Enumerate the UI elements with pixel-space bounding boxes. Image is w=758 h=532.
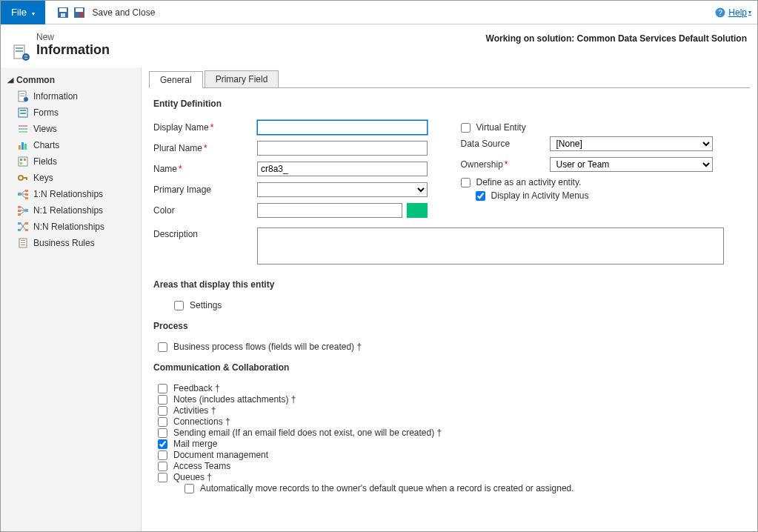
svg-rect-40 [18, 213, 21, 216]
svg-rect-26 [19, 157, 27, 166]
entity-icon [11, 44, 32, 61]
checkbox-sending-email[interactable] [158, 428, 167, 438]
label-define-activity: Define as an activity entity. [476, 177, 582, 187]
sidebar-item-business-rules[interactable]: Business Rules [1, 235, 141, 251]
checkbox-doc-mgmt[interactable] [158, 450, 167, 460]
sidebar-item-keys[interactable]: Keys [1, 170, 141, 186]
tab-primary-field[interactable]: Primary Field [205, 70, 279, 87]
checkbox-connections[interactable] [158, 417, 167, 427]
svg-rect-28 [24, 159, 26, 161]
svg-rect-9 [16, 50, 23, 52]
sidebar-item-label: Information [33, 91, 78, 102]
svg-rect-37 [25, 209, 28, 212]
sidebar-item-views[interactable]: Views [1, 121, 141, 137]
checkbox-feedback[interactable] [158, 384, 167, 393]
input-plural-name[interactable] [257, 141, 428, 156]
help-text: Help [728, 7, 747, 18]
sidebar-item-label: Keys [33, 173, 53, 183]
tab-strip: General Primary Field [149, 70, 750, 88]
label-display-activity-menus: Display in Activity Menus [491, 190, 589, 201]
sidebar-item-forms[interactable]: Forms [1, 104, 141, 121]
checkbox-access-teams[interactable] [158, 462, 167, 471]
input-color[interactable] [257, 203, 402, 218]
dropdown-caret-icon: ▾ [32, 10, 35, 17]
help-link[interactable]: ? Help ▾ [715, 7, 751, 18]
checkbox-notes[interactable] [158, 395, 167, 405]
svg-rect-47 [21, 242, 25, 243]
svg-rect-20 [19, 125, 27, 127]
select-ownership[interactable]: User or Team [550, 157, 713, 172]
header-titles: New Information [36, 32, 110, 58]
label-doc-mgmt: Document management [173, 450, 268, 460]
svg-rect-15 [20, 96, 24, 96]
section-process: Process [153, 321, 745, 331]
svg-rect-38 [18, 206, 21, 208]
sidebar-item-nn[interactable]: N:N Relationships [1, 219, 141, 235]
svg-rect-46 [21, 240, 25, 241]
save-close-label: Save and Close [93, 7, 156, 18]
forms-icon [17, 107, 29, 119]
sidebar-item-information[interactable]: Information [1, 88, 141, 104]
input-display-name[interactable] [257, 120, 428, 135]
section-areas: Areas that display this entity [153, 279, 745, 290]
checkbox-display-activity-menus[interactable] [476, 191, 485, 201]
section-comm-collab: Communication & Collaboration [153, 362, 745, 373]
label-description: Description [153, 227, 257, 239]
sidebar-item-label: 1:N Relationships [33, 189, 103, 199]
label-activities: Activities † [173, 405, 216, 416]
checkbox-queues[interactable] [158, 473, 167, 482]
svg-rect-12 [24, 58, 27, 59]
save-icon[interactable] [57, 7, 69, 19]
checkbox-mail-merge[interactable] [158, 439, 167, 449]
svg-rect-19 [20, 113, 26, 114]
checkbox-auto-move[interactable] [184, 484, 194, 493]
body: Common Information Forms Views Charts Fi… [1, 67, 757, 532]
svg-text:?: ? [719, 9, 723, 17]
select-data-source[interactable]: [None] [550, 136, 713, 151]
sidebar: Common Information Forms Views Charts Fi… [1, 67, 142, 532]
page-header: New Information Working on solution: Com… [1, 24, 757, 67]
color-swatch[interactable] [407, 203, 428, 218]
textarea-description[interactable] [257, 227, 724, 265]
sidebar-item-label: Business Rules [33, 238, 95, 248]
tab-general[interactable]: General [149, 71, 203, 88]
sidebar-item-label: N:N Relationships [33, 222, 104, 232]
svg-rect-25 [24, 144, 27, 150]
sidebar-item-fields[interactable]: Fields [1, 153, 141, 170]
sidebar-item-charts[interactable]: Charts [1, 137, 141, 153]
tab-label: Primary Field [216, 74, 268, 84]
relationship-nn-icon [17, 221, 29, 233]
select-primary-image[interactable] [257, 182, 428, 197]
label-bpf: Business process flows (fields will be c… [173, 342, 362, 352]
label-feedback: Feedback † [173, 383, 220, 393]
sidebar-item-n1[interactable]: N:1 Relationships [1, 202, 141, 219]
svg-rect-36 [25, 197, 28, 199]
form-scroll[interactable]: Entity Definition Display Name* Plural N… [142, 88, 757, 532]
sidebar-item-label: Forms [33, 107, 59, 118]
checkbox-define-activity[interactable] [461, 178, 471, 187]
svg-rect-14 [20, 93, 24, 94]
entity-definition-grid: Display Name* Plural Name* Name* Primary… [153, 119, 745, 223]
svg-point-10 [22, 53, 30, 61]
sidebar-item-1n[interactable]: 1:N Relationships [1, 186, 141, 202]
checkbox-activities[interactable] [158, 406, 167, 416]
label-auto-move: Automatically move records to the owner'… [200, 483, 574, 493]
file-menu-button[interactable]: File ▾ [1, 1, 45, 24]
label-plural-name: Plural Name* [153, 143, 257, 153]
svg-rect-23 [19, 145, 21, 150]
section-entity-definition: Entity Definition [153, 99, 745, 109]
sidebar-group-common[interactable]: Common [1, 72, 141, 88]
checkbox-bpf[interactable] [158, 342, 167, 352]
checkbox-settings[interactable] [174, 301, 184, 310]
svg-point-16 [24, 97, 28, 102]
svg-rect-34 [25, 190, 28, 192]
checkbox-virtual-entity[interactable] [461, 123, 471, 133]
svg-rect-22 [19, 131, 27, 133]
svg-rect-24 [21, 142, 24, 150]
save-and-close-button[interactable]: Save and Close [73, 7, 156, 19]
sidebar-item-label: Charts [33, 140, 59, 150]
relationship-1n-icon [17, 188, 29, 200]
input-name[interactable] [257, 162, 428, 176]
sidebar-group-label: Common [16, 75, 55, 85]
svg-rect-2 [61, 13, 65, 17]
